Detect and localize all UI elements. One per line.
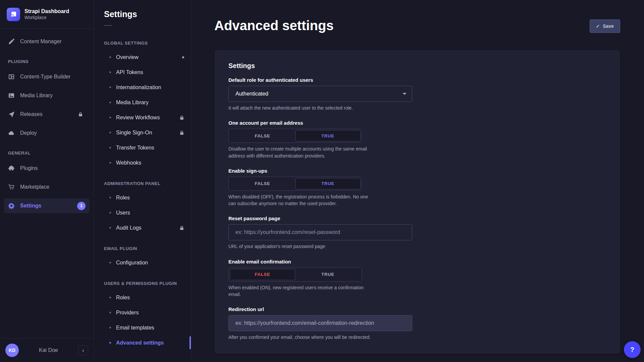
workplace-home-link[interactable]: Strapi Dashboard Workplace	[0, 0, 94, 29]
page-header: Advanced settings ✓ Save	[214, 18, 620, 33]
sidebar-item-content-type-builder[interactable]: Content-Type Builder	[4, 69, 90, 84]
subnav-item-label: Audit Logs	[116, 225, 142, 231]
sidebar-item-settings[interactable]: Settings1	[4, 198, 90, 213]
subnav-item-label: Review Workflows	[116, 115, 160, 121]
subnav-item-users[interactable]: Users	[94, 205, 191, 220]
cart-icon	[8, 184, 15, 190]
field-label: Enable sign-ups	[228, 168, 606, 174]
lock-icon	[78, 112, 83, 117]
chevron-left-icon: ‹	[82, 347, 84, 353]
settings-card: Settings Default role for authenticated …	[214, 50, 620, 354]
sidebar-item-releases[interactable]: Releases	[4, 107, 90, 122]
card-title: Settings	[228, 62, 606, 70]
subnav-item-overview[interactable]: Overview	[94, 50, 191, 65]
sidebar-item-marketplace[interactable]: Marketplace	[4, 180, 90, 194]
page-title: Advanced settings	[214, 18, 334, 33]
subnav-item-label: Advanced settings	[116, 340, 164, 346]
subnav-item-transfer-tokens[interactable]: Transfer Tokens	[94, 140, 191, 155]
subnav-item-label: Providers	[116, 310, 139, 316]
bullet-icon	[109, 71, 111, 73]
sidebar-item-plugins[interactable]: Plugins	[4, 161, 90, 176]
field-enable-sign-ups: Enable sign-upsFALSETRUEWhen disabled (O…	[228, 168, 606, 207]
subnav-item-roles[interactable]: Roles	[94, 190, 191, 205]
field-reset-password-page: Reset password pageURL of your applicati…	[228, 216, 606, 250]
default-role-for-authenticated-users-select[interactable]: Authenticated	[228, 86, 412, 102]
notification-badge: 1	[77, 202, 86, 210]
enable-email-confirmation-option-false[interactable]: FALSE	[230, 269, 295, 280]
user-name: Kai Doe	[22, 347, 75, 353]
bullet-icon	[109, 102, 111, 103]
subnav-item-label: Overview	[116, 54, 139, 60]
subnav-item-internationalization[interactable]: Internationalization	[94, 80, 191, 95]
plane-icon	[8, 111, 15, 118]
bullet-icon	[109, 86, 111, 88]
subnav-item-media-library[interactable]: Media Library	[94, 95, 191, 110]
enable-sign-ups-option-true[interactable]: TRUE	[295, 178, 361, 189]
bullet-icon	[109, 312, 111, 313]
collapse-sidebar-button[interactable]: ‹	[78, 345, 88, 355]
subnav-item-webhooks[interactable]: Webhooks	[94, 155, 191, 170]
field-one-account-per-email-address: One account per email addressFALSETRUEDi…	[228, 120, 606, 159]
field-redirection-url: Redirection urlAfter you confirmed your …	[228, 306, 606, 341]
subnav-item-single-sign-on[interactable]: Single Sign-On	[94, 125, 191, 140]
subnav-item-label: Roles	[116, 295, 130, 301]
subnav-item-configuration[interactable]: Configuration	[94, 255, 191, 270]
subnav-item-review-workflows[interactable]: Review Workflows	[94, 110, 191, 125]
sidebar-item-media-library[interactable]: Media Library	[4, 88, 90, 103]
main-sidebar: Strapi Dashboard Workplace Content Manag…	[0, 0, 94, 362]
subnav-list: GLOBAL SETTINGSOverviewAPI TokensInterna…	[94, 41, 191, 350]
subnav-item-label: Webhooks	[116, 160, 141, 166]
redirection-url-input[interactable]	[228, 315, 412, 331]
avatar[interactable]: KD	[5, 344, 19, 357]
field-hint: URL of your application's reset password…	[228, 243, 606, 250]
workplace-label: Workplace	[24, 15, 69, 21]
bullet-icon	[109, 262, 111, 263]
bullet-icon	[109, 162, 111, 164]
field-label: Enable email confirmation	[228, 259, 606, 265]
sidebar-item-label: Settings	[20, 203, 77, 209]
form-fields: Default role for authenticated usersAuth…	[228, 77, 606, 341]
app-title: Strapi Dashboard	[24, 8, 69, 15]
bullet-icon	[109, 297, 111, 298]
cloud-icon	[8, 130, 15, 136]
bullet-icon	[109, 327, 111, 328]
field-label: Redirection url	[228, 306, 606, 312]
reset-password-page-input[interactable]	[228, 224, 412, 240]
sidebar-item-content-manager[interactable]: Content Manager	[4, 34, 90, 49]
sidebar-item-deploy[interactable]: Deploy	[4, 126, 90, 140]
subnav-item-email-templates[interactable]: Email templates	[94, 320, 191, 335]
subnav-item-advanced-settings[interactable]: Advanced settings	[94, 335, 191, 350]
subnav-item-roles[interactable]: Roles	[94, 290, 191, 305]
one-account-per-email-address-option-false[interactable]: FALSE	[230, 130, 295, 141]
subnav-title: Settings	[104, 9, 191, 19]
enable-email-confirmation-toggle: FALSETRUE	[228, 267, 362, 282]
bullet-icon	[109, 132, 111, 133]
enable-sign-ups-option-false[interactable]: FALSE	[230, 178, 295, 189]
field-hint: After you confirmed your email, choose w…	[228, 334, 606, 341]
enable-sign-ups-toggle: FALSETRUE	[228, 177, 362, 191]
puzzle-icon	[8, 165, 15, 172]
sidebar-item-label: Media Library	[20, 93, 86, 99]
subnav-item-providers[interactable]: Providers	[94, 305, 191, 320]
title-divider	[104, 25, 112, 26]
subnav-item-label: Email templates	[116, 325, 154, 331]
subnav-item-label: Roles	[116, 195, 130, 201]
save-button[interactable]: ✓ Save	[590, 19, 620, 33]
one-account-per-email-address-option-true[interactable]: TRUE	[295, 130, 361, 141]
field-hint: When enabled (ON), new registered users …	[228, 284, 369, 298]
help-button[interactable]: ?	[624, 341, 641, 358]
bullet-icon	[109, 212, 111, 214]
sidebar-item-label: Deploy	[20, 130, 86, 136]
bullet-icon	[109, 147, 111, 148]
subnav-item-api-tokens[interactable]: API Tokens	[94, 65, 191, 80]
field-label: Default role for authenticated users	[228, 77, 606, 83]
bullet-icon	[109, 227, 111, 229]
field-enable-email-confirmation: Enable email confirmationFALSETRUEWhen e…	[228, 259, 606, 298]
subnav-section-header: ADMINISTRATION PANEL	[104, 181, 181, 186]
subnav-section-header: EMAIL PLUGIN	[104, 246, 181, 251]
subnav-item-label: Single Sign-On	[116, 130, 152, 136]
subnav-item-audit-logs[interactable]: Audit Logs	[94, 220, 191, 235]
lock-icon	[179, 115, 184, 120]
enable-email-confirmation-option-true[interactable]: TRUE	[295, 269, 361, 280]
lock-icon	[179, 130, 184, 135]
